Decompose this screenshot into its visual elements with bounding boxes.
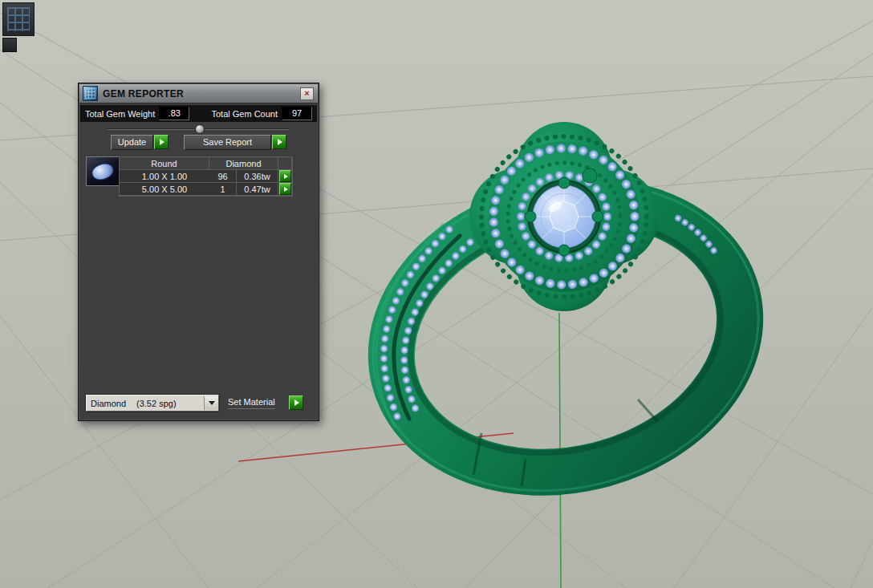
- gem-thumbnail: [86, 156, 120, 186]
- app-icon-small: [2, 38, 17, 52]
- gem-halo: [469, 122, 659, 311]
- update-run-button[interactable]: [154, 135, 169, 149]
- play-icon: [294, 399, 299, 406]
- total-gem-weight-label: Total Gem Weight: [85, 109, 155, 119]
- divider-slider-handle[interactable]: [195, 124, 205, 134]
- gem-table-header-material: Diamond: [209, 157, 278, 170]
- gem-preview-icon: [90, 160, 116, 183]
- set-material-run-button[interactable]: [289, 395, 303, 410]
- gem-row-apply-button[interactable]: [279, 170, 291, 182]
- dropdown-button[interactable]: [204, 396, 218, 410]
- gem-row-action-cell: [278, 170, 292, 183]
- gem-table: Round Diamond 1.00 X 1.00 96 0.36tw 5.00…: [119, 156, 293, 197]
- save-report-run-button[interactable]: [272, 135, 286, 149]
- app-icon[interactable]: [2, 2, 35, 36]
- total-gem-weight-value: .83: [159, 107, 189, 120]
- gem-reporter-icon: [83, 86, 98, 101]
- play-icon: [284, 174, 288, 179]
- window-title: GEM REPORTER: [103, 88, 184, 99]
- close-button[interactable]: ×: [300, 87, 314, 100]
- set-material-label[interactable]: Set Material: [228, 397, 275, 409]
- gem-row-weight: 0.36tw: [237, 170, 278, 183]
- gem-table-header-spacer: [278, 157, 292, 170]
- gem-row-size[interactable]: 5.00 X 5.00: [120, 183, 209, 196]
- material-dropdown[interactable]: Diamond (3.52 spg): [86, 395, 219, 412]
- chevron-down-icon: [209, 401, 215, 405]
- gem-table-header-shape: Round: [120, 157, 209, 170]
- gem-row-count: 1: [209, 183, 237, 196]
- gem-row-count: 96: [209, 170, 237, 183]
- gem-row-action-cell: [278, 183, 292, 196]
- material-dropdown-detail: (3.52 spg): [136, 399, 177, 408]
- material-dropdown-value: Diamond: [91, 399, 126, 408]
- gem-row-weight: 0.47tw: [237, 183, 278, 196]
- total-gem-count-label: Total Gem Count: [211, 109, 278, 119]
- save-report-button[interactable]: Save Report: [184, 135, 271, 150]
- play-icon: [278, 139, 282, 145]
- play-icon: [284, 187, 288, 192]
- gem-row-size[interactable]: 1.00 X 1.00: [120, 170, 209, 183]
- title-bar[interactable]: GEM REPORTER ×: [79, 84, 318, 103]
- summary-strip: Total Gem Weight .83 Total Gem Count 97: [80, 105, 317, 122]
- gem-row-apply-button[interactable]: [279, 183, 291, 195]
- total-gem-count-value: 97: [282, 107, 312, 120]
- play-icon: [160, 139, 164, 145]
- center-gem: [533, 185, 595, 248]
- gem-reporter-window: GEM REPORTER × Total Gem Weight .83 Tota…: [78, 83, 319, 421]
- update-button[interactable]: Update: [111, 135, 153, 150]
